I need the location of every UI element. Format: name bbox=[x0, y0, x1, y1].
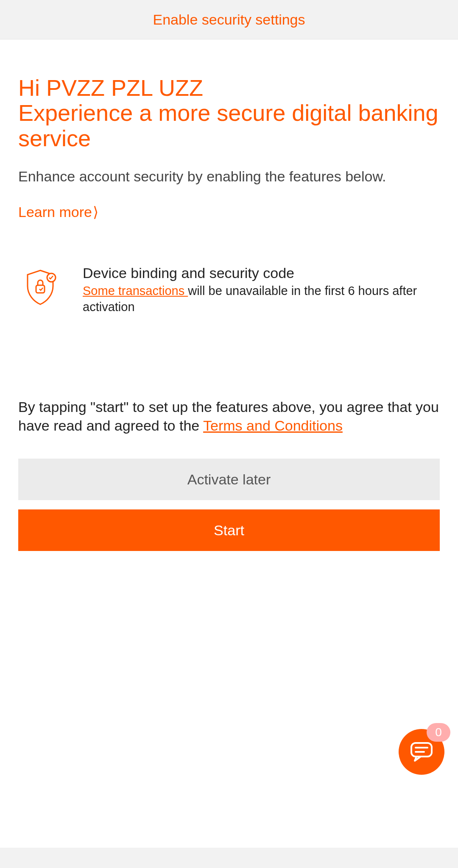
terms-and-conditions-link[interactable]: Terms and Conditions bbox=[203, 417, 343, 434]
feature-description: Some transactions will be unavailable in… bbox=[83, 283, 440, 315]
greeting-line2: Experience a more secure digital banking… bbox=[18, 100, 438, 150]
some-transactions-link[interactable]: Some transactions bbox=[83, 284, 188, 298]
greeting-heading: Hi PVZZ PZL UZZ Experience a more secure… bbox=[18, 75, 440, 151]
feature-text-block: Device binding and security code Some tr… bbox=[83, 265, 440, 315]
svg-rect-0 bbox=[36, 285, 45, 293]
subtitle-text: Enhance account security by enabling the… bbox=[18, 167, 440, 186]
main-content: Hi PVZZ PZL UZZ Experience a more secure… bbox=[0, 39, 458, 315]
chat-icon bbox=[410, 741, 433, 762]
chat-button[interactable]: 0 bbox=[399, 729, 444, 775]
feature-device-binding: Device binding and security code Some tr… bbox=[18, 265, 440, 315]
svg-rect-2 bbox=[411, 743, 432, 757]
chevron-right-icon: ⟩ bbox=[93, 203, 98, 220]
learn-more-link[interactable]: Learn more⟩ bbox=[18, 203, 98, 220]
greeting-line1: Hi PVZZ PZL UZZ bbox=[18, 75, 203, 100]
chat-badge: 0 bbox=[427, 723, 450, 742]
footer-section: By tapping "start" to set up the feature… bbox=[18, 398, 440, 551]
shield-lock-icon bbox=[23, 268, 57, 308]
activate-later-button[interactable]: Activate later bbox=[18, 459, 440, 500]
start-button[interactable]: Start bbox=[18, 509, 440, 551]
header-bar: Enable security settings bbox=[0, 0, 458, 39]
feature-title: Device binding and security code bbox=[83, 265, 440, 281]
bottom-nav-placeholder bbox=[0, 848, 458, 868]
terms-text: By tapping "start" to set up the feature… bbox=[18, 398, 440, 435]
page-title: Enable security settings bbox=[153, 11, 305, 28]
learn-more-label: Learn more bbox=[18, 204, 92, 220]
